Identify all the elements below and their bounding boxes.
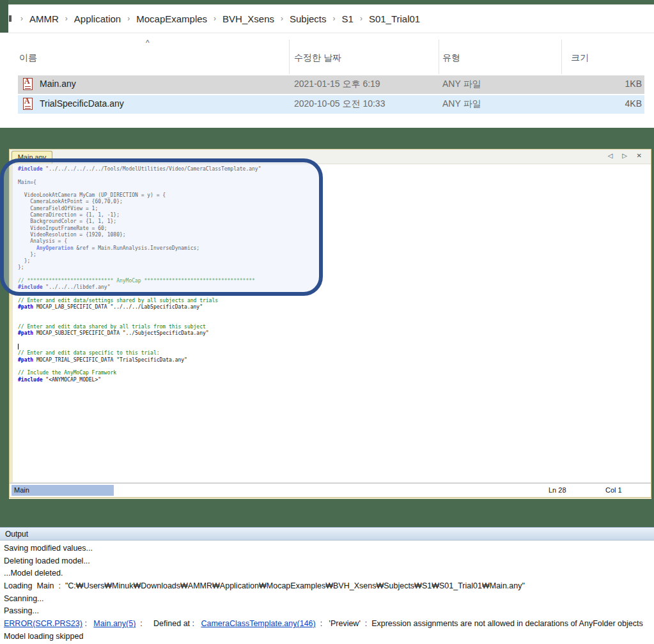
code-segment: // Enter and edit data/settings shared b… (18, 298, 218, 303)
code-line (18, 272, 261, 278)
breadcrumb: ›AMMR›Application›MocapExamples›BVH_Xsen… (14, 4, 420, 33)
code-line: VideoLookAtCamera MyCam (UP_DIRECTION = … (18, 192, 261, 199)
file-date-modified: 2020-10-05 오전 10:33 (294, 98, 385, 110)
column-header-size[interactable]: 크기 (571, 52, 589, 64)
code-segment: VideoInputFrameRate = 60; (18, 226, 107, 231)
breadcrumb-cropped-icon (9, 15, 12, 22)
code-segment: "../../../libdef.any" (43, 284, 111, 290)
code-segment: AnyOperation (36, 245, 74, 251)
code-segment: VideoLookAtCamera MyCam (UP_DIRECTION = … (18, 192, 166, 198)
code-text-area[interactable]: #include "../../../../../../Tools/ModelU… (18, 166, 261, 383)
error-source-link[interactable]: CameraClassTemplate.any(146) (201, 619, 315, 628)
code-line: #path MOCAP_TRIAL_SPECIFIC_DATA "TrialSp… (18, 357, 261, 364)
code-line (18, 318, 261, 324)
code-segment: #include (18, 284, 43, 290)
log-text: : 'Preview' : Expression assignments are… (316, 619, 643, 628)
breadcrumb-item-application[interactable]: Application (74, 13, 121, 24)
code-line: VideoInputFrameRate = 60; (18, 226, 261, 232)
editor-bottom-border (9, 498, 651, 499)
breadcrumb-item-s01_trial01[interactable]: S01_Trial01 (369, 13, 420, 24)
table-row[interactable]: ATrialSpecificData.any2020-10-05 오전 10:3… (18, 95, 644, 114)
log-line: Passing... (4, 606, 643, 619)
column-divider[interactable] (289, 40, 290, 74)
column-header-date-modified[interactable]: 수정한 날짜 (294, 52, 341, 64)
breadcrumb-chevron-icon: › (65, 14, 68, 23)
code-line (18, 186, 261, 192)
breadcrumb-chevron-icon: › (333, 14, 336, 23)
tab-nav-and-close-icons[interactable]: ◁ ▷ ✕ (608, 152, 646, 159)
code-segment (18, 245, 36, 251)
code-segment: #path (18, 330, 33, 336)
breadcrumb-item-subjects[interactable]: Subjects (290, 13, 327, 24)
code-line: #include "../../../../../../Tools/ModelU… (18, 166, 261, 172)
code-segment: #path (18, 357, 33, 363)
code-segment: }; (18, 258, 30, 264)
breadcrumb-chevron-icon: › (281, 14, 283, 23)
log-text: : Defined at : (136, 619, 201, 628)
scope-selector[interactable]: Main (12, 485, 114, 496)
code-segment: MOCAP_SUBJECT_SPECIFIC_DATA "../SubjectS… (33, 330, 209, 336)
code-segment: MOCAP_TRIAL_SPECIFIC_DATA "TrialSpecific… (33, 357, 187, 363)
breadcrumb-chevron-icon: › (360, 14, 362, 23)
code-line (18, 172, 261, 179)
any-file-icon: A (23, 98, 33, 110)
code-line: CameraLookAtPoint = {60,70,0}; (18, 199, 261, 205)
file-type: ANY 파일 (442, 79, 481, 90)
file-name: TrialSpecificData.any (40, 98, 124, 109)
log-text: Saving modified values... (4, 544, 93, 553)
breadcrumb-item-ammr[interactable]: AMMR (29, 13, 59, 24)
code-segment: &ref = Main.RunAnalysis.InverseDynamics; (74, 245, 199, 251)
log-text: Passing... (4, 606, 39, 615)
breadcrumb-item-s1[interactable]: S1 (342, 13, 354, 24)
code-line: // Enter and edit data/settings shared b… (18, 298, 261, 304)
code-segment: CameraFieldOfView = 1; (18, 206, 98, 211)
code-line: CameraFieldOfView = 1; (18, 206, 261, 212)
code-line: BackgroundColor = {1, 1, 1}; (18, 218, 261, 225)
file-size: 1KB (625, 79, 642, 89)
code-segment: }; (18, 252, 36, 257)
code-segment: MOCAP_LAB_SPECIFIC_DATA "../../../LabSpe… (33, 304, 203, 310)
any-file-icon: A (23, 78, 33, 90)
code-line: #path MOCAP_LAB_SPECIFIC_DATA "../../../… (18, 304, 261, 310)
code-line (18, 344, 261, 350)
code-line: // **************************** AnyMoCap… (18, 278, 261, 284)
column-divider[interactable] (561, 40, 562, 74)
composite-screenshot: { "colors": { "background_green": "#4a6b… (0, 0, 654, 644)
breadcrumb-chevron-icon: › (20, 14, 23, 23)
table-row[interactable]: AMain.any2021-01-15 오후 6:19ANY 파일1KB (18, 75, 644, 94)
error-source-link[interactable]: ERROR(SCR.PRS23) (4, 619, 82, 628)
editor-status-bar: Main Ln 28 Col 1 (10, 483, 651, 497)
code-line: Analysis = { (18, 238, 261, 245)
status-line-number: Ln 28 (549, 486, 566, 494)
output-title: Output (5, 530, 28, 539)
file-type: ANY 파일 (442, 98, 481, 110)
editor-tab-bar: Main.any ◁ ▷ ✕ (10, 150, 651, 164)
sort-ascending-icon[interactable]: ^ (146, 38, 150, 47)
code-segment: // Enter and edit data shared by all tri… (18, 324, 206, 330)
code-line: Main={ (18, 180, 261, 186)
breadcrumb-item-mocapexamples[interactable]: MocapExamples (136, 13, 207, 24)
log-line: Loading Main : "C:₩Users₩Minuk₩Downloads… (4, 581, 643, 594)
log-text: Model loading skipped (4, 632, 83, 641)
column-header-type[interactable]: 유형 (442, 52, 460, 64)
code-segment: BackgroundColor = {1, 1, 1}; (18, 218, 116, 224)
log-line: Model loading skipped (4, 632, 643, 644)
code-segment: }; (18, 264, 24, 270)
column-divider[interactable] (439, 40, 439, 74)
file-explorer-panel: ›AMMR›Application›MocapExamples›BVH_Xsen… (0, 0, 654, 128)
code-segment: Main={ (18, 180, 36, 185)
file-date-modified: 2021-01-15 오후 6:19 (294, 79, 380, 90)
log-text: : (82, 619, 93, 628)
error-source-link[interactable]: Main.any(5) (93, 619, 136, 628)
code-editor-panel: Main.any ◁ ▷ ✕ #include "../../../../../… (9, 149, 651, 498)
code-segment: CameraDirection = {1, 1, -1}; (18, 212, 120, 218)
tab-main-any[interactable]: Main.any (12, 151, 52, 164)
file-list-header: ^ 이름 수정한 날짜 유형 크기 (0, 37, 654, 73)
divider (0, 33, 654, 33)
code-segment: #path (18, 304, 33, 310)
code-line: }; (18, 252, 261, 258)
log-text: Loading Main : "C:₩Users₩Minuk₩Downloads… (4, 581, 525, 590)
breadcrumb-item-bvh_xsens[interactable]: BVH_Xsens (222, 13, 274, 24)
column-header-name[interactable]: 이름 (19, 52, 37, 64)
code-line (18, 311, 261, 318)
